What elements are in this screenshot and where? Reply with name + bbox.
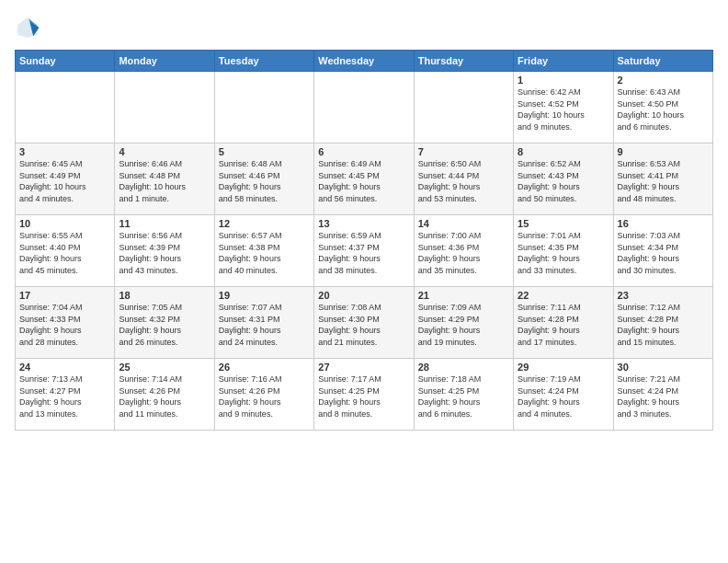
day-number: 25 (119, 362, 210, 373)
header-cell-monday: Monday (115, 51, 214, 72)
day-info: Sunrise: 6:55 AM Sunset: 4:40 PM Dayligh… (19, 230, 110, 276)
day-number: 23 (618, 290, 709, 301)
day-info: Sunrise: 7:08 AM Sunset: 4:30 PM Dayligh… (318, 302, 409, 348)
page: SundayMondayTuesdayWednesdayThursdayFrid… (0, 0, 728, 563)
day-cell: 18Sunrise: 7:05 AM Sunset: 4:32 PM Dayli… (115, 287, 214, 359)
day-cell: 15Sunrise: 7:01 AM Sunset: 4:35 PM Dayli… (514, 215, 613, 287)
day-info: Sunrise: 7:21 AM Sunset: 4:24 PM Dayligh… (618, 373, 709, 419)
day-number: 21 (418, 290, 509, 301)
header-cell-sunday: Sunday (16, 51, 115, 72)
header-cell-thursday: Thursday (414, 51, 513, 72)
day-info: Sunrise: 7:13 AM Sunset: 4:27 PM Dayligh… (19, 373, 110, 419)
day-info: Sunrise: 7:01 AM Sunset: 4:35 PM Dayligh… (518, 230, 609, 276)
day-cell: 2Sunrise: 6:43 AM Sunset: 4:50 PM Daylig… (613, 72, 712, 144)
day-info: Sunrise: 7:05 AM Sunset: 4:32 PM Dayligh… (119, 302, 210, 348)
day-number: 6 (318, 146, 409, 157)
day-info: Sunrise: 6:48 AM Sunset: 4:46 PM Dayligh… (219, 158, 310, 204)
day-cell: 11Sunrise: 6:56 AM Sunset: 4:39 PM Dayli… (115, 215, 214, 287)
calendar-header: SundayMondayTuesdayWednesdayThursdayFrid… (16, 51, 713, 72)
day-cell: 8Sunrise: 6:52 AM Sunset: 4:43 PM Daylig… (514, 144, 613, 215)
day-number: 9 (618, 146, 709, 157)
day-info: Sunrise: 6:45 AM Sunset: 4:49 PM Dayligh… (19, 158, 110, 204)
day-cell: 7Sunrise: 6:50 AM Sunset: 4:44 PM Daylig… (414, 144, 513, 215)
day-number: 4 (119, 146, 210, 157)
day-cell: 12Sunrise: 6:57 AM Sunset: 4:38 PM Dayli… (214, 215, 313, 287)
day-cell: 1Sunrise: 6:42 AM Sunset: 4:52 PM Daylig… (514, 72, 613, 144)
logo (15, 15, 44, 40)
day-info: Sunrise: 6:50 AM Sunset: 4:44 PM Dayligh… (418, 158, 509, 204)
day-number: 24 (19, 362, 110, 373)
day-number: 3 (19, 146, 110, 157)
header (15, 15, 713, 40)
day-info: Sunrise: 7:18 AM Sunset: 4:25 PM Dayligh… (418, 373, 509, 419)
header-cell-wednesday: Wednesday (314, 51, 414, 72)
day-cell: 19Sunrise: 7:07 AM Sunset: 4:31 PM Dayli… (214, 287, 313, 359)
day-info: Sunrise: 6:46 AM Sunset: 4:48 PM Dayligh… (119, 158, 210, 204)
day-number: 20 (318, 290, 409, 301)
day-number: 14 (418, 218, 509, 229)
day-cell: 6Sunrise: 6:49 AM Sunset: 4:45 PM Daylig… (314, 144, 414, 215)
day-cell: 16Sunrise: 7:03 AM Sunset: 4:34 PM Dayli… (613, 215, 712, 287)
day-number: 16 (618, 218, 709, 229)
day-cell: 3Sunrise: 6:45 AM Sunset: 4:49 PM Daylig… (16, 144, 115, 215)
day-number: 27 (318, 362, 409, 373)
week-row-0: 1Sunrise: 6:42 AM Sunset: 4:52 PM Daylig… (16, 72, 713, 144)
logo-icon (15, 15, 40, 40)
day-info: Sunrise: 7:17 AM Sunset: 4:25 PM Dayligh… (318, 373, 409, 419)
day-info: Sunrise: 6:57 AM Sunset: 4:38 PM Dayligh… (219, 230, 310, 276)
day-number: 15 (518, 218, 609, 229)
day-number: 7 (418, 146, 509, 157)
day-cell: 20Sunrise: 7:08 AM Sunset: 4:30 PM Dayli… (314, 287, 414, 359)
day-number: 17 (19, 290, 110, 301)
day-number: 19 (219, 290, 310, 301)
day-info: Sunrise: 7:19 AM Sunset: 4:24 PM Dayligh… (518, 373, 609, 419)
day-number: 13 (318, 218, 409, 229)
header-cell-saturday: Saturday (613, 51, 712, 72)
day-info: Sunrise: 6:49 AM Sunset: 4:45 PM Dayligh… (318, 158, 409, 204)
day-cell: 22Sunrise: 7:11 AM Sunset: 4:28 PM Dayli… (514, 287, 613, 359)
calendar-body: 1Sunrise: 6:42 AM Sunset: 4:52 PM Daylig… (16, 72, 713, 431)
day-cell: 14Sunrise: 7:00 AM Sunset: 4:36 PM Dayli… (414, 215, 513, 287)
day-number: 11 (119, 218, 210, 229)
day-info: Sunrise: 6:52 AM Sunset: 4:43 PM Dayligh… (518, 158, 609, 204)
calendar-table: SundayMondayTuesdayWednesdayThursdayFrid… (15, 50, 713, 431)
day-info: Sunrise: 7:11 AM Sunset: 4:28 PM Dayligh… (518, 302, 609, 348)
day-number: 18 (119, 290, 210, 301)
day-cell: 28Sunrise: 7:18 AM Sunset: 4:25 PM Dayli… (414, 359, 513, 431)
day-cell: 29Sunrise: 7:19 AM Sunset: 4:24 PM Dayli… (514, 359, 613, 431)
day-info: Sunrise: 6:53 AM Sunset: 4:41 PM Dayligh… (618, 158, 709, 204)
day-number: 22 (518, 290, 609, 301)
day-number: 12 (219, 218, 310, 229)
day-cell: 10Sunrise: 6:55 AM Sunset: 4:40 PM Dayli… (16, 215, 115, 287)
day-cell (16, 72, 115, 144)
day-cell: 13Sunrise: 6:59 AM Sunset: 4:37 PM Dayli… (314, 215, 414, 287)
week-row-4: 24Sunrise: 7:13 AM Sunset: 4:27 PM Dayli… (16, 359, 713, 431)
day-info: Sunrise: 7:00 AM Sunset: 4:36 PM Dayligh… (418, 230, 509, 276)
day-cell: 5Sunrise: 6:48 AM Sunset: 4:46 PM Daylig… (214, 144, 313, 215)
day-info: Sunrise: 7:16 AM Sunset: 4:26 PM Dayligh… (219, 373, 310, 419)
day-number: 28 (418, 362, 509, 373)
day-number: 5 (219, 146, 310, 157)
day-number: 30 (618, 362, 709, 373)
day-info: Sunrise: 6:59 AM Sunset: 4:37 PM Dayligh… (318, 230, 409, 276)
day-number: 29 (518, 362, 609, 373)
day-number: 1 (518, 75, 609, 86)
day-cell (214, 72, 313, 144)
day-cell: 17Sunrise: 7:04 AM Sunset: 4:33 PM Dayli… (16, 287, 115, 359)
day-cell (414, 72, 513, 144)
header-cell-tuesday: Tuesday (214, 51, 313, 72)
day-number: 2 (618, 75, 709, 86)
day-number: 26 (219, 362, 310, 373)
day-cell: 23Sunrise: 7:12 AM Sunset: 4:28 PM Dayli… (613, 287, 712, 359)
day-number: 8 (518, 146, 609, 157)
day-info: Sunrise: 7:04 AM Sunset: 4:33 PM Dayligh… (19, 302, 110, 348)
day-cell: 27Sunrise: 7:17 AM Sunset: 4:25 PM Dayli… (314, 359, 414, 431)
day-info: Sunrise: 7:12 AM Sunset: 4:28 PM Dayligh… (618, 302, 709, 348)
day-info: Sunrise: 7:03 AM Sunset: 4:34 PM Dayligh… (618, 230, 709, 276)
day-info: Sunrise: 7:14 AM Sunset: 4:26 PM Dayligh… (119, 373, 210, 419)
header-row: SundayMondayTuesdayWednesdayThursdayFrid… (16, 51, 713, 72)
day-info: Sunrise: 6:56 AM Sunset: 4:39 PM Dayligh… (119, 230, 210, 276)
day-cell: 9Sunrise: 6:53 AM Sunset: 4:41 PM Daylig… (613, 144, 712, 215)
header-cell-friday: Friday (514, 51, 613, 72)
day-cell: 30Sunrise: 7:21 AM Sunset: 4:24 PM Dayli… (613, 359, 712, 431)
